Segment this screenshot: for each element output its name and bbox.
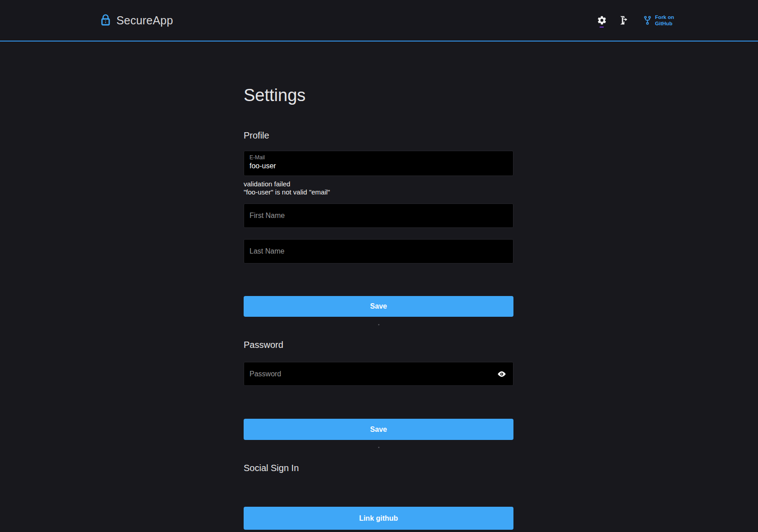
- fork-link-text: Fork on GitHub: [655, 14, 674, 27]
- first-name-field[interactable]: [244, 204, 513, 228]
- social-section-title: Social Sign In: [244, 463, 513, 473]
- logout-icon: [619, 15, 629, 25]
- email-field-label: E-Mail: [250, 154, 508, 161]
- profile-loader-dot: [378, 324, 379, 325]
- settings-page: Settings Profile E-Mail validation faile…: [244, 42, 513, 530]
- settings-active-indicator: [600, 27, 604, 28]
- fork-on-github-link[interactable]: Fork on GitHub: [643, 14, 674, 27]
- page-title: Settings: [244, 86, 513, 105]
- app-title: SecureApp: [116, 14, 173, 27]
- profile-section-title: Profile: [244, 130, 513, 141]
- validation-error-line2: "foo-user" is not valid "email": [244, 188, 513, 196]
- validation-error: validation failed "foo-user" is not vali…: [244, 180, 513, 196]
- first-name-input[interactable]: [250, 204, 508, 227]
- gear-icon: [597, 15, 607, 25]
- eye-icon: [497, 369, 507, 379]
- password-field[interactable]: [244, 362, 513, 386]
- lock-icon: [100, 14, 111, 27]
- last-name-field[interactable]: [244, 239, 513, 264]
- app-header: SecureApp: [0, 0, 758, 42]
- password-reveal-button[interactable]: [496, 368, 508, 380]
- header-actions: Fork on GitHub: [594, 13, 674, 28]
- app-brand[interactable]: SecureApp: [100, 14, 173, 27]
- link-github-button[interactable]: Link github: [244, 507, 513, 530]
- git-fork-icon: [643, 15, 652, 25]
- last-name-input[interactable]: [250, 240, 508, 263]
- fork-link-line2: GitHub: [655, 21, 672, 26]
- validation-error-line1: validation failed: [244, 180, 513, 188]
- password-input[interactable]: [250, 362, 493, 385]
- password-loader-dot: [378, 447, 379, 448]
- fork-link-line1: Fork on: [655, 14, 674, 20]
- email-field[interactable]: E-Mail: [244, 151, 513, 176]
- email-input[interactable]: [250, 162, 508, 170]
- password-section-title: Password: [244, 340, 513, 350]
- settings-button[interactable]: [594, 13, 610, 28]
- save-password-button[interactable]: Save: [244, 419, 513, 440]
- logout-button[interactable]: [616, 13, 631, 28]
- save-profile-button[interactable]: Save: [244, 296, 513, 317]
